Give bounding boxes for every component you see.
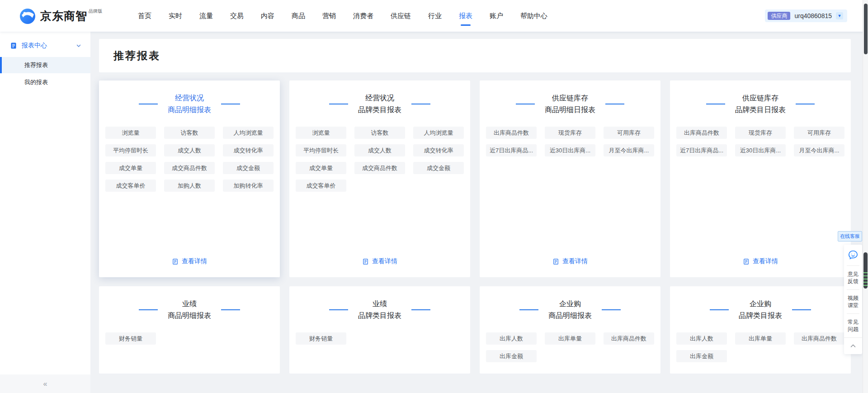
card-title-text: 经营状况品牌类目报表 [358, 93, 401, 115]
nav-item[interactable]: 交易 [222, 0, 252, 32]
metric-tag: 成交单量 [105, 162, 156, 174]
service-panel: 意见反馈视频课堂常见问题 [844, 245, 862, 354]
vertical-scrollbar[interactable] [863, 0, 868, 393]
metric-tag: 人均浏览量 [223, 127, 274, 139]
view-details-link[interactable]: 查看详情 [99, 257, 280, 265]
report-card[interactable]: 业绩商品明细报表财务销量 [99, 286, 280, 374]
metric-tag: 成交客单价 [105, 180, 156, 192]
nav-item[interactable]: 帮助中心 [512, 0, 556, 32]
title-decor-line [329, 309, 348, 310]
report-card[interactable]: 供应链库存商品明细日报表出库商品件数现货库存可用库存近7日出库商品...近30日… [480, 80, 660, 277]
floating-service-panel: 在线客服 意见反馈视频课堂常见问题 [840, 231, 862, 354]
view-details-label: 查看详情 [372, 257, 397, 265]
card-title: 业绩商品明细报表 [99, 299, 280, 321]
service-panel-item[interactable]: 常见问题 [847, 313, 859, 337]
nav-item[interactable]: 首页 [129, 0, 160, 32]
service-panel-item[interactable]: 意见反馈 [847, 265, 859, 289]
service-panel-item[interactable]: 视频课堂 [847, 289, 859, 313]
sidebar-item[interactable]: 推荐报表 [0, 57, 90, 73]
nav-item[interactable]: 流量 [191, 0, 222, 32]
nav-item[interactable]: 消费者 [344, 0, 382, 32]
page-title-bar: 推荐报表 [99, 39, 851, 72]
report-detail-icon [743, 258, 750, 265]
card-category: 经营状况 [168, 93, 211, 103]
card-title: 供应链库存品牌类目日报表 [670, 93, 851, 115]
metric-tag: 浏览量 [105, 127, 156, 139]
title-decor-line [605, 104, 624, 104]
nav-item[interactable]: 商品 [283, 0, 314, 32]
metric-tag: 现货库存 [545, 127, 595, 139]
view-details-link[interactable]: 查看详情 [289, 257, 470, 265]
card-name: 品牌类目报表 [358, 105, 401, 115]
nav-item[interactable]: 行业 [420, 0, 450, 32]
card-title: 企业购品牌类目报表 [670, 299, 851, 321]
view-details-label: 查看详情 [562, 257, 588, 265]
card-title-text: 供应链库存商品明细日报表 [545, 93, 595, 115]
report-card[interactable]: 经营状况品牌类目报表浏览量访客数人均浏览量平均停留时长成交人数成交转化率成交单量… [289, 80, 470, 277]
nav-item[interactable]: 供应链 [382, 0, 420, 32]
report-detail-icon [362, 258, 369, 265]
customer-service-button[interactable] [844, 245, 862, 265]
card-title-text: 业绩商品明细报表 [168, 299, 211, 321]
nav-item[interactable]: 账户 [481, 0, 512, 32]
sidebar-collapse-button[interactable]: « [0, 374, 90, 393]
nav-item[interactable]: 报表 [450, 0, 481, 32]
cards-grid: 经营状况商品明细报表浏览量访客数人均浏览量平均停留时长成交人数成交转化率成交单量… [99, 80, 851, 374]
metric-tag: 月至今出库商... [794, 144, 844, 156]
report-card[interactable]: 业绩品牌类目报表财务销量 [289, 286, 470, 374]
nav-item[interactable]: 实时 [160, 0, 191, 32]
sidebar-group-label: 报表中心 [22, 42, 76, 50]
card-metric-tags: 出库人数出库单量出库商品件数出库金额 [486, 332, 654, 362]
sidebar-item[interactable]: 我的报表 [0, 74, 90, 90]
card-name: 品牌类目报表 [358, 311, 401, 321]
metric-tag: 出库人数 [676, 332, 727, 345]
main-content: 推荐报表 经营状况商品明细报表浏览量访客数人均浏览量平均停留时长成交人数成交转化… [99, 39, 851, 374]
metric-tag: 出库单量 [545, 332, 595, 345]
report-card[interactable]: 经营状况商品明细报表浏览量访客数人均浏览量平均停留时长成交人数成交转化率成交单量… [99, 80, 280, 277]
view-details-link[interactable]: 查看详情 [670, 257, 851, 265]
card-metric-tags: 出库人数出库单量出库商品件数出库金额 [676, 332, 844, 362]
title-decor-line [139, 309, 158, 310]
app-screen: 京东商智 品牌版 首页实时流量交易内容商品营销消费者供应链行业报表账户帮助中心 … [0, 0, 868, 393]
title-decor-line [411, 309, 430, 310]
online-service-badge[interactable]: 在线客服 [838, 231, 862, 241]
metric-tag: 加购人数 [164, 180, 215, 192]
metric-tag: 成交商品件数 [164, 162, 215, 174]
sidebar-group-report-center[interactable]: 报表中心 [0, 35, 90, 56]
service-panel-item-label: 常见问题 [847, 318, 859, 333]
chat-smiley-icon [847, 249, 859, 261]
title-decor-line [792, 309, 811, 310]
view-details-link[interactable]: 查看详情 [480, 257, 660, 265]
metric-tag: 出库人数 [486, 332, 537, 345]
main-nav: 首页实时流量交易内容商品营销消费者供应链行业报表账户帮助中心 [129, 0, 556, 32]
user-menu[interactable]: 供应商 urq40860815 ▼ [765, 9, 847, 22]
title-decor-line [139, 104, 158, 104]
metric-tag: 成交金额 [223, 162, 274, 174]
brand-edition: 品牌版 [89, 8, 102, 14]
card-title: 供应链库存商品明细日报表 [480, 93, 660, 115]
report-card[interactable]: 供应链库存品牌类目日报表出库商品件数现货库存可用库存近7日出库商品...近30日… [670, 80, 851, 277]
card-title-text: 业绩品牌类目报表 [358, 299, 401, 321]
title-decor-line [221, 104, 240, 104]
brand-logo[interactable]: 京东商智 品牌版 [19, 7, 102, 25]
metric-tag: 成交人数 [164, 144, 215, 156]
report-card[interactable]: 企业购商品明细报表出库人数出库单量出库商品件数出库金额 [480, 286, 660, 374]
metric-tag: 近7日出库商品... [486, 144, 537, 156]
metric-tag: 平均停留时长 [296, 144, 346, 156]
nav-item[interactable]: 营销 [314, 0, 344, 32]
brand-name: 京东商智 [40, 7, 87, 25]
title-decor-line [329, 104, 348, 104]
card-title-text: 供应链库存品牌类目日报表 [735, 93, 786, 115]
collapse-icon: « [43, 380, 47, 388]
metric-tag: 可用库存 [794, 127, 844, 139]
nav-item[interactable]: 内容 [252, 0, 283, 32]
metric-tag: 成交单量 [296, 162, 346, 174]
card-metric-tags: 出库商品件数现货库存可用库存近7日出库商品...近30日出库商...月至今出库商… [486, 127, 654, 156]
scrollbar-thumb[interactable] [864, 4, 868, 54]
metric-tag: 出库商品件数 [486, 127, 537, 139]
chevron-down-icon: ▼ [836, 12, 843, 19]
view-details-label: 查看详情 [182, 257, 207, 265]
metric-tag: 出库单量 [735, 332, 786, 345]
collapse-panel-button[interactable] [844, 337, 862, 354]
report-card[interactable]: 企业购品牌类目报表出库人数出库单量出库商品件数出库金额 [670, 286, 851, 374]
